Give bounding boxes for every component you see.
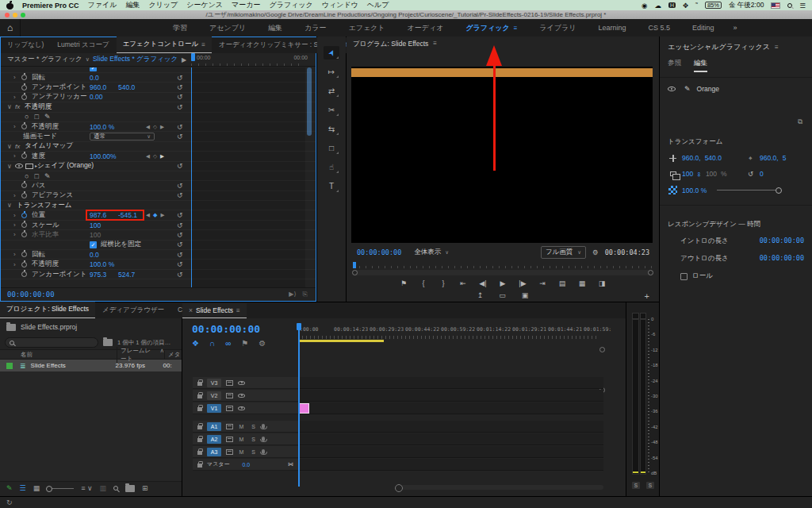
twirl-icon[interactable]: ∨: [7, 163, 15, 170]
panel-menu-icon[interactable]: ≡: [514, 25, 518, 32]
cloud-icon[interactable]: ☁: [654, 2, 661, 10]
play-audio-icon[interactable]: ▶: [182, 56, 186, 64]
twirl-icon[interactable]: ∨: [7, 143, 15, 150]
export-icon[interactable]: ⎘: [303, 291, 308, 298]
linked-selection-icon[interactable]: ∞: [225, 339, 231, 348]
lock-icon[interactable]: [197, 407, 202, 411]
clock[interactable]: 金 午後2:00: [729, 1, 764, 10]
track-lane-a2[interactable]: [298, 433, 603, 445]
effect-controls-mini-ruler[interactable]: 00:00 00:00: [191, 53, 304, 66]
mute-button[interactable]: M: [238, 437, 245, 442]
menu-item[interactable]: シーケンス: [186, 0, 223, 10]
pen-mask-icon[interactable]: ✎: [44, 113, 51, 121]
track-visibility-eye-icon[interactable]: [238, 394, 245, 398]
selection-tool[interactable]: ➤: [324, 46, 339, 60]
track-header-v2[interactable]: V2: [193, 390, 298, 402]
timeline-horizontal-scrollbar[interactable]: [396, 485, 603, 490]
intro-duration-value[interactable]: 00:00:00:00: [760, 237, 804, 246]
reset-parameter-icon[interactable]: ↺: [177, 211, 183, 219]
zoom-level-select[interactable]: 全体表示∨: [414, 248, 449, 257]
panel-menu-icon[interactable]: ≡: [775, 44, 779, 51]
twirl-icon[interactable]: ∨: [7, 103, 15, 110]
twirl-icon[interactable]: ›: [13, 74, 21, 81]
notification-center-icon[interactable]: ☰: [799, 2, 806, 10]
track-lane-v3[interactable]: [298, 377, 603, 389]
effect-controls-tab-1[interactable]: リップなし): [1, 37, 50, 53]
zoom-slider[interactable]: [47, 488, 74, 489]
program-scrub-ruler[interactable]: [353, 262, 653, 268]
program-timecode[interactable]: 00:00:00:00: [357, 248, 401, 256]
reset-parameter-icon[interactable]: ↺: [177, 74, 183, 82]
safe-margins-icon[interactable]: ▭: [499, 291, 506, 299]
rectangle-tool[interactable]: □: [324, 141, 339, 155]
mini-playhead[interactable]: [191, 53, 195, 61]
play-around-icon[interactable]: ▶⟩: [289, 291, 296, 298]
effect-row[interactable]: ›回転0.0↺: [1, 250, 316, 260]
roll-checkbox[interactable]: [680, 273, 688, 280]
effect-controls-tab-2[interactable]: Lumetri スコープ: [51, 37, 115, 53]
stopwatch-icon[interactable]: [21, 124, 27, 129]
new-layer-icon[interactable]: ⧉: [798, 117, 802, 126]
solo-button[interactable]: S: [250, 437, 257, 442]
track-header-a2[interactable]: A2MS: [193, 433, 298, 445]
scale-row[interactable]: 100 ∞ 100 % ↺ 0: [660, 166, 812, 182]
visibility-eye-icon[interactable]: [15, 164, 23, 168]
stopwatch-icon[interactable]: [21, 193, 27, 198]
track-header-v3[interactable]: V3: [193, 377, 298, 389]
scrollbar-handle[interactable]: [599, 347, 605, 352]
track-select-forward-tool[interactable]: ↦: [324, 65, 339, 79]
lock-icon[interactable]: [197, 382, 202, 386]
find-icon[interactable]: [113, 486, 118, 491]
track-target-badge[interactable]: A1: [207, 422, 221, 431]
sort-icons[interactable]: ≡ ∨: [81, 484, 92, 492]
twirl-icon[interactable]: ›: [13, 221, 21, 229]
parameter-value[interactable]: 100: [90, 231, 101, 239]
blend-mode-dropdown[interactable]: 通常∨: [90, 133, 155, 140]
automate-to-sequence-icon[interactable]: ▥: [99, 484, 106, 492]
workspace-tab-9[interactable]: Learning: [587, 24, 637, 32]
battery-indicator[interactable]: 85%: [705, 2, 722, 9]
effect-row[interactable]: ✓: [1, 67, 316, 73]
project-item-row[interactable]: ≣ Slide Effects 23.976 fps 00:: [0, 360, 182, 371]
solo-button[interactable]: S: [250, 449, 257, 455]
work-area-bar[interactable]: [298, 340, 384, 342]
stopwatch-icon[interactable]: [21, 222, 27, 228]
voiceover-mic-icon[interactable]: [262, 437, 265, 441]
parameter-value[interactable]: 524.7: [118, 271, 135, 279]
menu-item[interactable]: ヘルプ: [367, 0, 389, 10]
parameter-value[interactable]: 100.00%: [90, 152, 117, 160]
sync-lock-icon[interactable]: [226, 380, 233, 386]
settings-wrench-icon[interactable]: ⚙: [592, 248, 599, 256]
reset-parameter-icon[interactable]: ↺: [177, 182, 183, 190]
effect-row[interactable]: ›水平比率100↺: [1, 230, 316, 240]
twirl-icon[interactable]: ›: [13, 261, 21, 268]
parameter-value[interactable]: 100.0 %: [90, 123, 114, 131]
play-icon[interactable]: ▶: [498, 279, 508, 287]
project-search-input[interactable]: [5, 337, 98, 348]
export-frame-icon[interactable]: ▣: [522, 291, 529, 299]
previous-keyframe-icon[interactable]: ◀: [146, 212, 150, 218]
stopwatch-icon[interactable]: [21, 271, 27, 277]
parameter-value[interactable]: 960.0: [90, 83, 106, 91]
add-keyframe-icon[interactable]: ◇: [153, 124, 157, 130]
solo-button[interactable]: S: [250, 424, 257, 429]
effect-row[interactable]: アンカーポイント975.3524.7↺: [1, 270, 316, 279]
timeline-timecode[interactable]: 00:00:00:00: [192, 323, 260, 335]
ellipse-mask-icon[interactable]: ○: [25, 113, 29, 121]
effect-row[interactable]: ○□✎: [1, 113, 316, 122]
effect-row[interactable]: ›不透明度100.0 %↺: [1, 260, 316, 269]
add-keyframe-icon[interactable]: ◆: [153, 212, 157, 218]
track-header-マスター[interactable]: マスター0.0⋈: [193, 459, 298, 471]
panel-menu-icon[interactable]: ≡: [236, 307, 240, 314]
column-name[interactable]: 名前: [0, 351, 117, 359]
reset-parameter-icon[interactable]: ↺: [177, 260, 183, 268]
extract-icon[interactable]: ▦: [577, 279, 587, 287]
column-framerate[interactable]: フレームレート∧: [117, 347, 164, 363]
reset-parameter-icon[interactable]: ↺: [177, 162, 183, 170]
project-breadcrumb[interactable]: Slide Effects.prproj: [21, 323, 77, 331]
go-to-out-icon[interactable]: ⇥: [538, 279, 547, 287]
effect-row[interactable]: ›回転0.0↺: [1, 73, 316, 83]
program-video-frame[interactable]: [351, 67, 653, 243]
track-target-badge[interactable]: V1: [207, 404, 221, 413]
workspace-tab-7[interactable]: グラフィック≡: [454, 23, 528, 33]
